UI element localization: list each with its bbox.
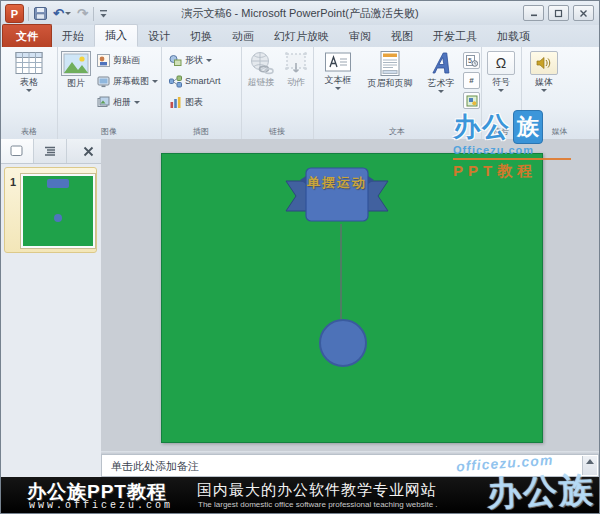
slides-pane: 1 xyxy=(1,139,102,477)
tab-developer[interactable]: 开发工具 xyxy=(423,26,487,47)
scroll-up-icon xyxy=(586,459,594,464)
button-label: SmartArt xyxy=(185,76,221,86)
group-label-links: 链接 xyxy=(241,126,313,137)
insert-table-button[interactable]: 表格 xyxy=(1,47,57,111)
group-symbols: Ω 符号 符号 xyxy=(481,47,522,139)
button-label: 超链接 xyxy=(248,77,275,87)
close-button[interactable] xyxy=(573,5,594,21)
outline-tab-icon xyxy=(43,145,57,157)
separator xyxy=(93,7,94,21)
picture-icon xyxy=(61,51,91,76)
tab-insert[interactable]: 插入 xyxy=(94,24,138,47)
clipart-button[interactable]: 剪贴画 xyxy=(95,52,160,68)
tab-animations[interactable]: 动画 xyxy=(222,26,264,47)
action-button[interactable]: 动作 xyxy=(281,47,311,111)
chevron-down-icon xyxy=(206,59,212,62)
tab-file[interactable]: 文件 xyxy=(2,24,52,47)
slide-title-text[interactable]: 单摆运动 xyxy=(306,174,368,191)
minimize-icon xyxy=(530,9,538,17)
close-pane-button[interactable] xyxy=(75,139,101,163)
group-label-symbols: 符号 xyxy=(481,126,521,137)
button-label: 剪贴画 xyxy=(113,54,140,67)
title-bar: P ↶ ↷ xyxy=(1,1,599,26)
button-label: 图表 xyxy=(185,96,203,109)
chevron-down-icon xyxy=(134,101,140,104)
slide-editing-area[interactable]: 单摆运动 xyxy=(101,139,599,451)
ribbon-insert: 表格 表格 图片 xyxy=(1,47,599,140)
redo-button[interactable]: ↷ xyxy=(76,5,89,23)
screenshot-button[interactable]: 屏幕截图 xyxy=(95,73,160,89)
chevron-down-icon xyxy=(498,89,504,92)
tab-design[interactable]: 设计 xyxy=(138,26,180,47)
close-pane-icon xyxy=(83,146,94,157)
button-label: 表格 xyxy=(20,77,38,87)
chart-button[interactable]: 图表 xyxy=(167,94,241,110)
wordart-icon xyxy=(428,51,454,76)
qat-customize-button[interactable] xyxy=(98,5,109,23)
close-icon xyxy=(579,9,588,18)
slide-number-button[interactable]: # xyxy=(463,72,480,89)
group-label-media: 媒体 xyxy=(521,126,598,137)
tab-home[interactable]: 开始 xyxy=(52,26,94,47)
wordart-button[interactable]: 艺术字 xyxy=(421,47,461,111)
media-button[interactable]: 媒体 xyxy=(521,47,567,111)
header-footer-button[interactable]: 页眉和页脚 xyxy=(361,47,419,111)
chevron-down-icon xyxy=(26,89,32,92)
notes-scrollbar[interactable] xyxy=(582,456,597,475)
tab-outline[interactable] xyxy=(34,139,67,163)
slide-thumbnail-image xyxy=(21,174,95,248)
button-label: 形状 xyxy=(185,54,203,67)
smartart-icon xyxy=(169,75,182,88)
chart-icon xyxy=(169,96,182,109)
shapes-button[interactable]: 形状 xyxy=(167,52,241,68)
tab-transitions[interactable]: 切换 xyxy=(180,26,222,47)
button-label: 页眉和页脚 xyxy=(368,78,413,88)
button-label: 动作 xyxy=(287,77,305,87)
slides-pane-tabs xyxy=(1,139,101,164)
photo-album-button[interactable]: 相册 xyxy=(95,94,160,110)
redo-icon: ↷ xyxy=(77,7,88,21)
notes-pane[interactable]: 单击此处添加备注 officezu.com xyxy=(101,454,599,477)
minimize-button[interactable] xyxy=(523,5,544,21)
slide-thumbnail-1[interactable]: 1 xyxy=(4,167,97,253)
insert-picture-button[interactable]: 图片 xyxy=(57,47,95,111)
smartart-button[interactable]: SmartArt xyxy=(167,73,241,89)
ribbon-tab-row: 文件 开始 插入 设计 切换 动画 幻灯片放映 审阅 视图 开发工具 加载项 ? xyxy=(1,25,599,47)
slide-number-icon: # xyxy=(469,76,473,85)
slide-canvas[interactable]: 单摆运动 xyxy=(161,153,543,443)
pendulum-string-shape[interactable] xyxy=(340,224,342,322)
symbol-button[interactable]: Ω 符号 xyxy=(481,47,521,111)
window-controls xyxy=(523,5,594,21)
thumbnail-pendulum-dot xyxy=(54,214,62,222)
group-label-table: 表格 xyxy=(1,126,57,137)
date-time-button[interactable]: 5 xyxy=(463,52,480,69)
chevron-down-icon xyxy=(65,12,71,15)
tab-slideshow[interactable]: 幻灯片放映 xyxy=(264,26,339,47)
tab-slides-thumbnails[interactable] xyxy=(1,139,34,163)
qat-customize-icon xyxy=(99,9,108,19)
restore-button[interactable] xyxy=(548,5,569,21)
screenshot-icon xyxy=(97,75,110,88)
hyperlink-button[interactable]: 超链接 xyxy=(243,47,279,111)
footer-url-text: www.officezu.com xyxy=(29,500,173,511)
group-table: 表格 表格 xyxy=(1,47,58,139)
notes-placeholder[interactable]: 单击此处添加备注 xyxy=(111,459,199,474)
textbox-icon xyxy=(325,51,351,73)
slides-tab-icon xyxy=(10,145,24,157)
powerpoint-logo-icon[interactable]: P xyxy=(5,4,24,23)
tab-addins[interactable]: 加载项 xyxy=(487,26,540,47)
insert-object-button[interactable] xyxy=(463,92,480,109)
datetime-icon: 5 xyxy=(466,55,478,67)
textbox-button[interactable]: 文本框 xyxy=(317,47,359,111)
quick-access-toolbar: P ↶ ↷ xyxy=(5,4,109,23)
save-button[interactable] xyxy=(33,5,48,23)
pendulum-bob-shape[interactable] xyxy=(319,319,367,367)
shapes-icon xyxy=(169,54,182,67)
svg-text:5: 5 xyxy=(468,56,472,63)
tab-review[interactable]: 审阅 xyxy=(339,26,381,47)
chevron-down-icon xyxy=(541,89,547,92)
tab-view[interactable]: 视图 xyxy=(381,26,423,47)
group-label-images: 图像 xyxy=(57,126,161,137)
undo-button[interactable]: ↶ xyxy=(52,5,72,23)
button-label: 符号 xyxy=(492,77,510,87)
